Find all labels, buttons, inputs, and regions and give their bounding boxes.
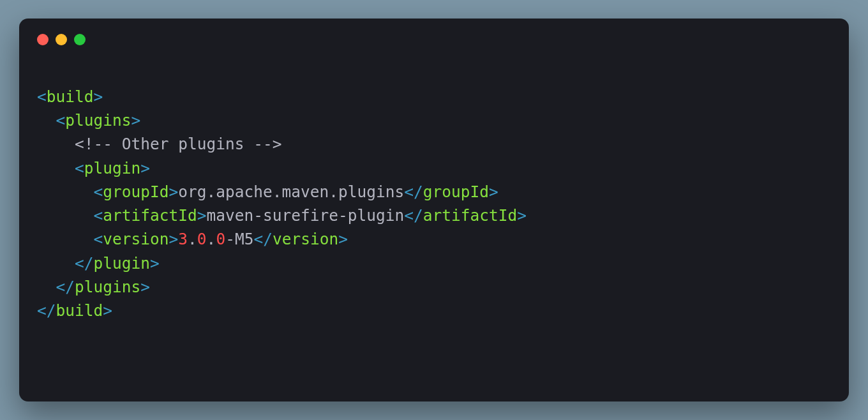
maximize-icon[interactable] xyxy=(74,34,86,45)
angle-bracket: > xyxy=(140,159,150,177)
minimize-icon[interactable] xyxy=(56,34,67,45)
window-controls xyxy=(37,34,831,45)
code-viewer: <build> <plugins> <!-- Other plugins -->… xyxy=(37,85,831,322)
tag-name: groupId xyxy=(103,183,168,201)
angle-bracket: < xyxy=(94,206,103,225)
element-text: org.apache.maven.plugins xyxy=(178,183,404,201)
number: 0 xyxy=(216,230,225,248)
dot: . xyxy=(188,230,197,248)
angle-bracket: > xyxy=(517,206,527,225)
indent xyxy=(37,206,94,225)
angle-bracket: < xyxy=(94,183,103,201)
xml-comment: <!-- Other plugins --> xyxy=(75,135,282,153)
tag-name: plugin xyxy=(94,254,151,273)
tag-name: plugin xyxy=(84,159,141,177)
angle-bracket: > xyxy=(103,301,112,320)
angle-bracket: </ xyxy=(404,183,423,201)
angle-bracket: > xyxy=(169,183,179,201)
tag-name: build xyxy=(56,301,103,320)
angle-bracket: < xyxy=(56,111,66,130)
angle-bracket: < xyxy=(75,159,84,177)
close-icon[interactable] xyxy=(37,34,49,45)
angle-bracket: < xyxy=(37,87,47,106)
version-suffix: -M5 xyxy=(225,230,253,248)
indent xyxy=(37,230,94,248)
angle-bracket: > xyxy=(131,111,141,130)
tag-name: plugins xyxy=(75,278,140,296)
number: 3 xyxy=(178,230,188,248)
indent xyxy=(37,159,75,177)
tag-name: plugins xyxy=(65,111,131,130)
tag-name: version xyxy=(273,230,338,248)
angle-bracket: </ xyxy=(404,206,423,225)
tag-name: artifactId xyxy=(423,206,518,225)
code-window: <build> <plugins> <!-- Other plugins -->… xyxy=(19,19,849,401)
angle-bracket: > xyxy=(338,230,348,248)
angle-bracket: > xyxy=(197,206,207,225)
dot: . xyxy=(207,230,216,248)
indent xyxy=(37,254,75,273)
indent xyxy=(37,135,75,153)
angle-bracket: > xyxy=(140,278,150,296)
tag-name: version xyxy=(103,230,168,248)
tag-name: artifactId xyxy=(103,206,197,225)
angle-bracket: > xyxy=(169,230,179,248)
indent xyxy=(37,111,56,130)
angle-bracket: > xyxy=(489,183,498,201)
tag-name: build xyxy=(47,87,94,106)
angle-bracket: </ xyxy=(37,301,56,320)
angle-bracket: > xyxy=(150,254,160,273)
number: 0 xyxy=(197,230,207,248)
angle-bracket: < xyxy=(94,230,103,248)
angle-bracket: > xyxy=(94,87,103,106)
indent xyxy=(37,278,56,296)
indent xyxy=(37,183,94,201)
element-text: maven-surefire-plugin xyxy=(207,206,405,225)
angle-bracket: </ xyxy=(56,278,75,296)
tag-name: groupId xyxy=(423,183,489,201)
angle-bracket: </ xyxy=(75,254,94,273)
angle-bracket: </ xyxy=(253,230,273,248)
